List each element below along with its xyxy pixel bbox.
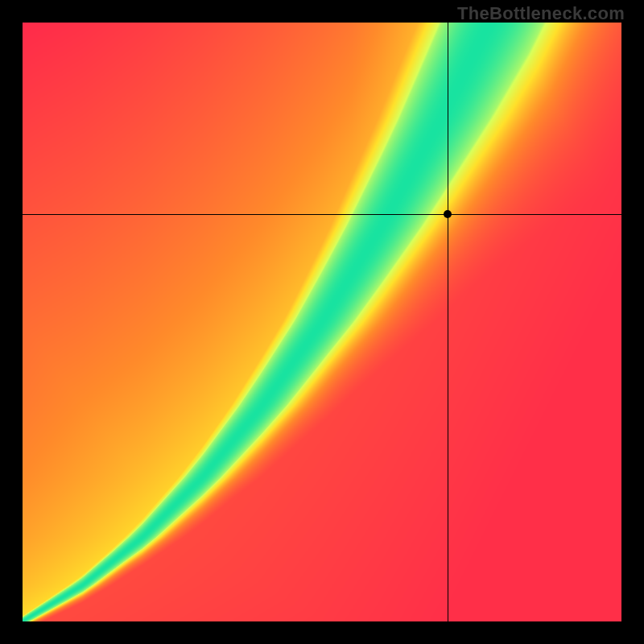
watermark-text: TheBottleneck.com bbox=[457, 3, 625, 24]
data-point-marker bbox=[444, 210, 452, 218]
heatmap-canvas bbox=[23, 23, 621, 621]
crosshair-vertical bbox=[448, 23, 448, 621]
crosshair-horizontal bbox=[23, 214, 621, 215]
chart-container: TheBottleneck.com bbox=[0, 0, 644, 644]
plot-area bbox=[23, 23, 621, 621]
